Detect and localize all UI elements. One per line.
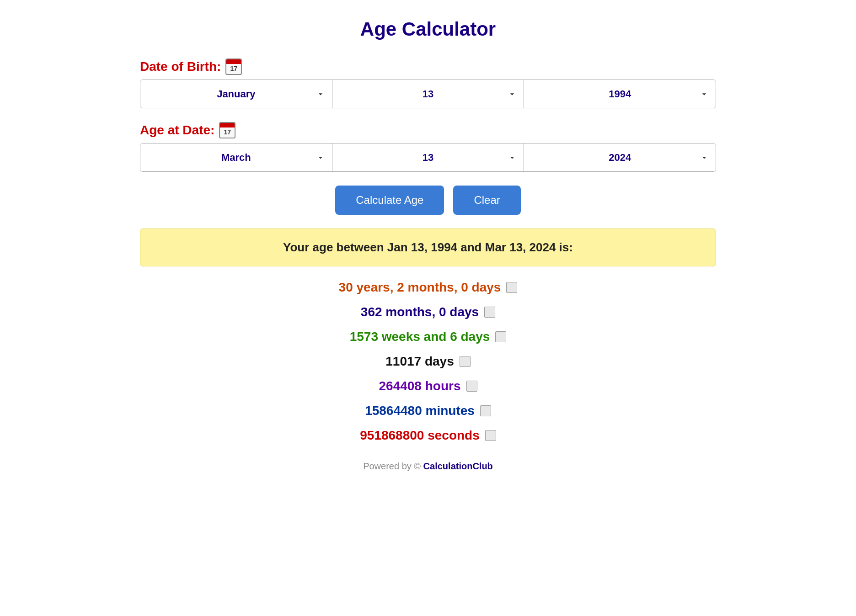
copy-icon[interactable] <box>506 282 517 293</box>
result-value: 1573 weeks and 6 days <box>350 329 490 344</box>
result-value: 264408 hours <box>379 379 461 393</box>
dob-selects-row: January February March April May June Ju… <box>140 80 716 108</box>
calculate-button[interactable]: Calculate Age <box>335 186 444 215</box>
copy-icon[interactable] <box>460 356 471 367</box>
copy-icon[interactable] <box>485 430 496 441</box>
age-at-year-select[interactable]: 2020202120222023 2024 2025 <box>524 143 716 171</box>
dob-calendar-icon: 17 <box>225 58 242 75</box>
result-value: 30 years, 2 months, 0 days <box>339 280 501 295</box>
footer: Powered by © CalculationClub <box>140 461 716 472</box>
result-value: 11017 days <box>385 354 454 369</box>
age-at-label: Age at Date: 17 <box>140 122 716 138</box>
result-line: 951868800 seconds <box>140 428 716 443</box>
result-line: 15864480 minutes <box>140 404 716 418</box>
dob-month-select[interactable]: January February March April May June Ju… <box>140 80 332 108</box>
copy-icon[interactable] <box>466 381 477 392</box>
result-line: 30 years, 2 months, 0 days <box>140 280 716 295</box>
result-banner: Your age between Jan 13, 1994 and Mar 13… <box>140 228 716 266</box>
result-line: 264408 hours <box>140 379 716 393</box>
dob-day-select[interactable]: 1234 5678 9101112 13 14151617 18192021 2… <box>332 80 524 108</box>
clear-button[interactable]: Clear <box>453 186 520 215</box>
result-line: 362 months, 0 days <box>140 305 716 319</box>
age-at-calendar-icon: 17 <box>219 122 235 138</box>
result-value: 362 months, 0 days <box>361 305 479 319</box>
dob-label: Date of Birth: 17 <box>140 58 716 75</box>
copy-icon[interactable] <box>484 307 495 318</box>
buttons-row: Calculate Age Clear <box>140 186 716 215</box>
copy-icon[interactable] <box>495 331 506 342</box>
copy-icon[interactable] <box>480 405 491 416</box>
age-at-selects-row: January February March April May June Ju… <box>140 143 716 172</box>
dob-year-select[interactable]: 1990199119921993 1994 1995199619971998 1… <box>524 80 716 108</box>
age-at-day-select[interactable]: 1234 5678 9101112 13 14151617 18192021 2… <box>332 143 524 171</box>
result-value: 15864480 minutes <box>365 404 475 418</box>
result-line: 1573 weeks and 6 days <box>140 329 716 344</box>
result-value: 951868800 seconds <box>360 428 480 443</box>
page-title: Age Calculator <box>140 18 716 40</box>
age-at-month-select[interactable]: January February March April May June Ju… <box>140 143 332 171</box>
result-line: 11017 days <box>140 354 716 369</box>
results-container: 30 years, 2 months, 0 days362 months, 0 … <box>140 280 716 443</box>
